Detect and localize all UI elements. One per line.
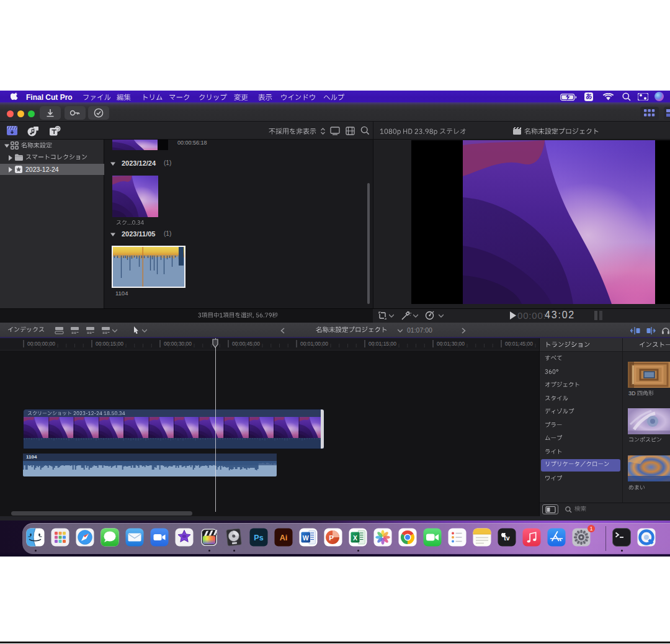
svg-text:X: X	[353, 534, 357, 542]
svg-text:P: P	[329, 534, 334, 542]
svg-text:Ai: Ai	[280, 534, 288, 542]
svg-text:Ps: Ps	[254, 534, 263, 542]
svg-text:W: W	[303, 534, 309, 542]
